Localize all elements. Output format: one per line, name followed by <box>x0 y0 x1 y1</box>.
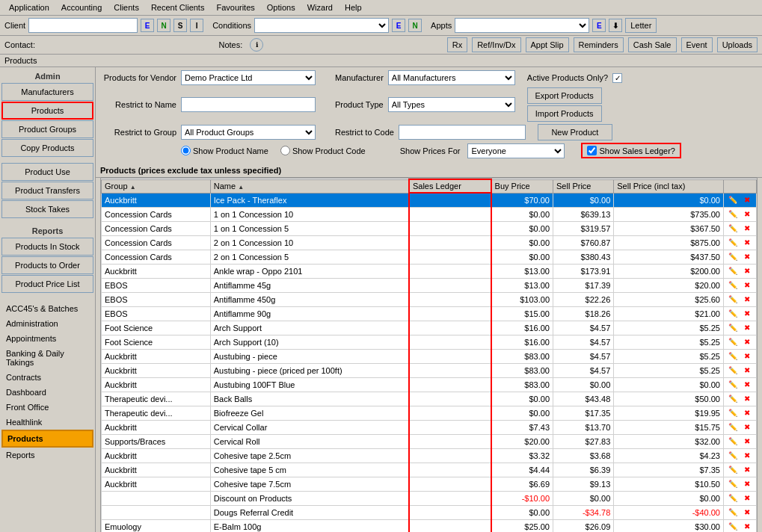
sidebar-item-dashboard[interactable]: Dashboard <box>1 385 93 400</box>
edit-button[interactable]: ✏️ <box>727 464 739 476</box>
delete-button[interactable]: ✖ <box>741 436 753 448</box>
delete-button[interactable]: ✖ <box>741 237 753 249</box>
appts-select[interactable] <box>455 18 589 33</box>
sidebar-item-acc45[interactable]: ACC45's & Batches <box>1 301 93 316</box>
show-name-radio-label[interactable]: Show Product Name <box>181 146 268 155</box>
cash-sale-button[interactable]: Cash Sale <box>628 37 677 52</box>
edit-button[interactable]: ✏️ <box>727 322 739 334</box>
edit-button[interactable]: ✏️ <box>727 237 739 249</box>
flag-i[interactable]: I <box>190 19 203 32</box>
delete-button[interactable]: ✖ <box>741 492 753 504</box>
products-in-stock-button[interactable]: Products In Stock <box>1 238 93 256</box>
show-code-radio-label[interactable]: Show Product Code <box>280 146 366 155</box>
products-table-container[interactable]: Group ▲ Name ▲ Sales Ledger Buy Price Se… <box>100 178 758 532</box>
show-prices-select[interactable]: Everyone <box>467 143 565 158</box>
appt-slip-button[interactable]: Appt Slip <box>526 37 569 52</box>
product-type-select[interactable]: All Types <box>388 97 515 112</box>
export-products-button[interactable]: Export Products <box>527 87 602 104</box>
delete-button[interactable]: ✖ <box>741 407 753 419</box>
delete-button[interactable]: ✖ <box>741 194 753 206</box>
delete-button[interactable]: ✖ <box>741 265 753 277</box>
menu-recent-clients[interactable]: Recent Clients <box>145 1 211 13</box>
letter-button[interactable]: Letter <box>625 18 657 33</box>
ref-inv-dx-button[interactable]: Ref/Inv/Dx <box>472 37 520 52</box>
show-ledger-checkbox[interactable] <box>587 146 597 155</box>
sidebar-item-products[interactable]: Products <box>1 430 93 448</box>
menu-clients[interactable]: Clients <box>108 1 145 13</box>
col-group[interactable]: Group ▲ <box>102 179 211 193</box>
menu-wizard[interactable]: Wizard <box>301 1 339 13</box>
restrict-group-select[interactable]: All Product Groups <box>181 125 316 140</box>
edit-button[interactable]: ✏️ <box>727 450 739 462</box>
sidebar-item-banking[interactable]: Banking & Daily Takings <box>1 346 93 370</box>
delete-button[interactable]: ✖ <box>741 208 753 220</box>
flag-n[interactable]: N <box>157 19 170 32</box>
new-product-button[interactable]: New Product <box>538 124 612 140</box>
delete-button[interactable]: ✖ <box>741 294 753 306</box>
edit-button[interactable]: ✏️ <box>727 507 739 519</box>
delete-button[interactable]: ✖ <box>741 521 753 533</box>
edit-button[interactable]: ✏️ <box>727 407 739 419</box>
delete-button[interactable]: ✖ <box>741 308 753 320</box>
manufacturers-button[interactable]: Manufacturers <box>1 83 93 101</box>
stock-takes-button[interactable]: Stock Takes <box>1 200 93 218</box>
edit-button[interactable]: ✏️ <box>727 223 739 235</box>
appt-flag-e[interactable]: E <box>592 19 606 32</box>
edit-button[interactable]: ✏️ <box>727 251 739 263</box>
edit-button[interactable]: ✏️ <box>727 521 739 533</box>
products-button[interactable]: Products <box>1 102 93 120</box>
cond-flag-n[interactable]: N <box>408 19 422 32</box>
delete-button[interactable]: ✖ <box>741 251 753 263</box>
menu-accounting[interactable]: Accounting <box>55 1 108 13</box>
import-products-button[interactable]: Import Products <box>527 105 602 122</box>
edit-button[interactable]: ✏️ <box>727 350 739 362</box>
edit-button[interactable]: ✏️ <box>727 478 739 490</box>
cond-flag-e[interactable]: E <box>392 19 405 32</box>
delete-button[interactable]: ✖ <box>741 223 753 235</box>
delete-button[interactable]: ✖ <box>741 464 753 476</box>
edit-button[interactable]: ✏️ <box>727 336 739 348</box>
restrict-name-input[interactable] <box>181 97 316 112</box>
client-input[interactable] <box>28 18 138 33</box>
delete-button[interactable]: ✖ <box>741 279 753 291</box>
sidebar-item-appointments[interactable]: Appointments <box>1 331 93 346</box>
menu-help[interactable]: Help <box>339 1 368 13</box>
sidebar-item-reports[interactable]: Reports <box>1 448 93 463</box>
edit-button[interactable]: ✏️ <box>727 365 739 377</box>
col-sell-price[interactable]: Sell Price <box>553 179 614 193</box>
event-button[interactable]: Event <box>681 37 713 52</box>
col-buy-price[interactable]: Buy Price <box>491 179 553 193</box>
manufacturer-select[interactable]: All Manufacturers <box>388 70 515 85</box>
show-code-radio[interactable] <box>280 146 290 155</box>
reminders-button[interactable]: Reminders <box>574 37 624 52</box>
delete-button[interactable]: ✖ <box>741 322 753 334</box>
edit-button[interactable]: ✏️ <box>727 379 739 391</box>
restrict-code-input[interactable] <box>399 125 526 140</box>
edit-button[interactable]: ✏️ <box>727 208 739 220</box>
delete-button[interactable]: ✖ <box>741 393 753 405</box>
menu-options[interactable]: Options <box>261 1 301 13</box>
notes-icon[interactable]: ℹ <box>250 38 263 52</box>
sidebar-item-healthlink[interactable]: Healthlink <box>1 415 93 430</box>
col-sell-price-tax[interactable]: Sell Price (incl tax) <box>614 179 724 193</box>
rx-button[interactable]: Rx <box>447 37 467 52</box>
edit-button[interactable]: ✏️ <box>727 436 739 448</box>
edit-button[interactable]: ✏️ <box>727 421 739 433</box>
edit-button[interactable]: ✏️ <box>727 265 739 277</box>
active-only-checkbox[interactable]: ✓ <box>612 73 622 83</box>
edit-button[interactable]: ✏️ <box>727 492 739 504</box>
sidebar-item-admin[interactable]: Administration <box>1 316 93 331</box>
edit-button[interactable]: ✏️ <box>727 308 739 320</box>
sidebar-item-contracts[interactable]: Contracts <box>1 370 93 385</box>
copy-products-button[interactable]: Copy Products <box>1 139 93 157</box>
edit-button[interactable]: ✏️ <box>727 279 739 291</box>
col-sales-ledger[interactable]: Sales Ledger <box>409 179 491 193</box>
product-price-list-button[interactable]: Product Price List <box>1 275 93 293</box>
delete-button[interactable]: ✖ <box>741 365 753 377</box>
appt-flag-down[interactable]: ⬇ <box>609 19 622 32</box>
conditions-select[interactable] <box>254 18 389 33</box>
delete-button[interactable]: ✖ <box>741 336 753 348</box>
delete-button[interactable]: ✖ <box>741 478 753 490</box>
product-transfers-button[interactable]: Product Transfers <box>1 182 93 200</box>
menu-favourites[interactable]: Favourites <box>210 1 260 13</box>
